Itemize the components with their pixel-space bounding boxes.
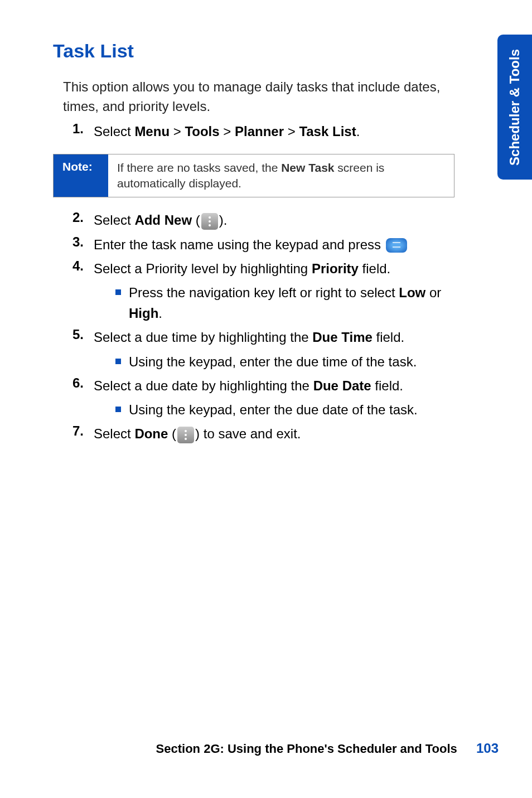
step-1: 1. Select Menu > Tools > Planner > Task … (63, 121, 466, 142)
bullet-icon (115, 359, 121, 364)
step-number: 7. (63, 423, 94, 439)
page-content: Task List This option allows you to mana… (53, 40, 466, 447)
step-number: 1. (63, 121, 94, 137)
step-text: Select a Priority level by highlighting … (94, 258, 466, 279)
soft-key-icon (177, 427, 194, 443)
step-4-sub: Press the navigation key left or right t… (115, 282, 466, 323)
bullet-icon (115, 407, 121, 412)
step-5: 5. Select a due time by highlighting the… (63, 327, 466, 347)
step-5-sub: Using the keypad, enter the due time of … (115, 351, 466, 372)
step-number: 6. (63, 375, 94, 391)
step-text: Select a due time by highlighting the Du… (94, 327, 466, 347)
page-heading: Task List (53, 40, 466, 62)
step-number: 3. (63, 234, 94, 250)
step-3: 3. Enter the task name using the keypad … (63, 234, 466, 255)
footer-section: Section 2G: Using the Phone's Scheduler … (156, 742, 457, 756)
bullet-icon (115, 289, 121, 295)
sub-text: Using the keypad, enter the due date of … (129, 399, 466, 420)
step-number: 4. (63, 258, 94, 274)
step-6: 6. Select a due date by highlighting the… (63, 375, 466, 396)
intro-paragraph: This option allows you to manage daily t… (63, 78, 466, 117)
note-text: If there are no tasks saved, the New Tas… (108, 154, 454, 197)
page-footer: Section 2G: Using the Phone's Scheduler … (156, 741, 499, 756)
sub-text: Press the navigation key left or right t… (129, 282, 466, 323)
step-number: 2. (63, 210, 94, 225)
section-tab: Scheduler & Tools (497, 35, 532, 180)
step-text: Select Done () to save and exit. (94, 423, 466, 444)
page-number: 103 (476, 741, 499, 756)
soft-key-icon (201, 213, 218, 230)
step-7: 7. Select Done () to save and exit. (63, 423, 466, 444)
step-text: Select Menu > Tools > Planner > Task Lis… (94, 121, 466, 142)
note-box: Note: If there are no tasks saved, the N… (53, 154, 454, 198)
step-6-sub: Using the keypad, enter the due date of … (115, 399, 466, 420)
sub-text: Using the keypad, enter the due time of … (129, 351, 466, 372)
step-text: Select a due date by highlighting the Du… (94, 375, 466, 396)
step-4: 4. Select a Priority level by highlighti… (63, 258, 466, 279)
step-2: 2. Select Add New (). (63, 210, 466, 230)
section-tab-label: Scheduler & Tools (507, 49, 523, 166)
menu-ok-key-icon (386, 238, 407, 253)
step-text: Enter the task name using the keypad and… (94, 234, 466, 255)
step-text: Select Add New (). (94, 210, 466, 230)
note-label: Note: (54, 154, 108, 197)
step-number: 5. (63, 327, 94, 342)
